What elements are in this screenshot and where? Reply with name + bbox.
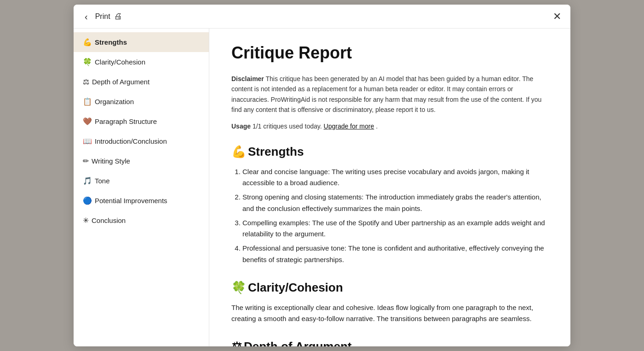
disclaimer-text: This critique has been generated by an A… — [231, 75, 541, 113]
modal-body: 💪Strengths🍀Clarity/Cohesion⚖Depth of Arg… — [74, 29, 570, 346]
sidebar-emoji-organization: 📋 — [83, 97, 92, 106]
sidebar-item-paragraph[interactable]: 🤎Paragraph Structure — [74, 111, 209, 131]
sidebar-label-tone: Tone — [95, 177, 110, 185]
sidebar-label-clarity: Clarity/Cohesion — [95, 58, 145, 66]
sidebar-item-organization[interactable]: 📋Organization — [74, 92, 209, 111]
disclaimer-block: Disclaimer This critique has been genera… — [231, 74, 548, 115]
sidebar-emoji-writing: ✏ — [83, 157, 89, 165]
section-clarity: 🍀Clarity/CohesionThe writing is exceptio… — [231, 281, 548, 325]
section-depth: ⚖Depth of Argument — [231, 339, 548, 346]
usage-end: . — [376, 123, 378, 130]
sidebar-emoji-depth: ⚖ — [83, 77, 89, 86]
sidebar-label-conclusion: Conclusion — [92, 216, 126, 224]
section-heading-strengths: Strengths — [248, 145, 304, 159]
usage-text: 1/1 critiques used today. — [253, 123, 324, 130]
sidebar-item-strengths[interactable]: 💪Strengths — [74, 32, 209, 52]
sidebar: 💪Strengths🍀Clarity/Cohesion⚖Depth of Arg… — [74, 29, 209, 346]
section-title-clarity: 🍀Clarity/Cohesion — [231, 281, 548, 295]
section-heading-clarity: Clarity/Cohesion — [248, 281, 343, 295]
list-item: Compelling examples: The use of the Spot… — [242, 217, 548, 240]
sidebar-emoji-strengths: 💪 — [83, 38, 92, 47]
sidebar-label-paragraph: Paragraph Structure — [95, 117, 157, 125]
sidebar-emoji-intro: 📖 — [83, 137, 92, 146]
sidebar-item-improvements[interactable]: 🔵Potential Improvements — [74, 191, 209, 211]
sections-container: 💪StrengthsClear and concise language: Th… — [231, 145, 548, 346]
sidebar-item-clarity[interactable]: 🍀Clarity/Cohesion — [74, 52, 209, 72]
sidebar-label-writing: Writing Style — [92, 157, 130, 165]
sidebar-label-improvements: Potential Improvements — [95, 197, 167, 205]
list-item: Professional and persuasive tone: The to… — [242, 243, 548, 266]
section-emoji-depth: ⚖ — [231, 339, 242, 346]
sidebar-emoji-clarity: 🍀 — [83, 58, 92, 66]
sidebar-label-strengths: Strengths — [95, 38, 127, 46]
sidebar-item-writing[interactable]: ✏Writing Style — [74, 151, 209, 171]
list-item: Strong opening and closing statements: T… — [242, 192, 548, 215]
modal-header: ‹ Print 🖨 ✕ — [74, 5, 570, 29]
main-content: Critique Report Disclaimer This critique… — [209, 29, 570, 346]
print-label: Print — [95, 12, 110, 21]
list-item: Clear and concise language: The writing … — [242, 166, 548, 189]
back-button[interactable]: ‹ — [83, 12, 90, 21]
sidebar-label-intro: Introduction/Conclusion — [95, 137, 167, 145]
section-heading-depth: Depth of Argument — [244, 339, 351, 346]
usage-block: Usage 1/1 critiques used today. Upgrade … — [231, 123, 548, 130]
sidebar-label-organization: Organization — [95, 98, 134, 105]
print-icon: 🖨 — [114, 12, 122, 21]
upgrade-link[interactable]: Upgrade for more — [324, 123, 374, 130]
modal: ‹ Print 🖨 ✕ 💪Strengths🍀Clarity/Cohesion⚖… — [74, 5, 570, 346]
close-button[interactable]: ✕ — [553, 12, 561, 22]
sidebar-label-depth: Depth of Argument — [92, 78, 150, 86]
sidebar-emoji-conclusion: ✳ — [83, 216, 89, 225]
section-emoji-clarity: 🍀 — [231, 281, 246, 295]
sidebar-item-tone[interactable]: 🎵Tone — [74, 171, 209, 191]
section-body-clarity: The writing is exceptionally clear and c… — [231, 302, 548, 325]
sidebar-emoji-paragraph: 🤎 — [83, 117, 92, 126]
section-emoji-strengths: 💪 — [231, 145, 246, 159]
sidebar-item-intro[interactable]: 📖Introduction/Conclusion — [74, 131, 209, 151]
sidebar-emoji-improvements: 🔵 — [83, 196, 92, 205]
section-title-depth: ⚖Depth of Argument — [231, 339, 548, 346]
sidebar-emoji-tone: 🎵 — [83, 176, 92, 185]
disclaimer-label: Disclaimer — [231, 75, 264, 82]
modal-overlay: ‹ Print 🖨 ✕ 💪Strengths🍀Clarity/Cohesion⚖… — [0, 0, 644, 351]
section-strengths: 💪StrengthsClear and concise language: Th… — [231, 145, 548, 266]
sidebar-item-depth[interactable]: ⚖Depth of Argument — [74, 72, 209, 92]
section-list-strengths: Clear and concise language: The writing … — [242, 166, 548, 266]
report-title: Critique Report — [231, 43, 548, 63]
sidebar-item-conclusion[interactable]: ✳Conclusion — [74, 211, 209, 230]
usage-label: Usage — [231, 123, 251, 130]
section-title-strengths: 💪Strengths — [231, 145, 548, 159]
